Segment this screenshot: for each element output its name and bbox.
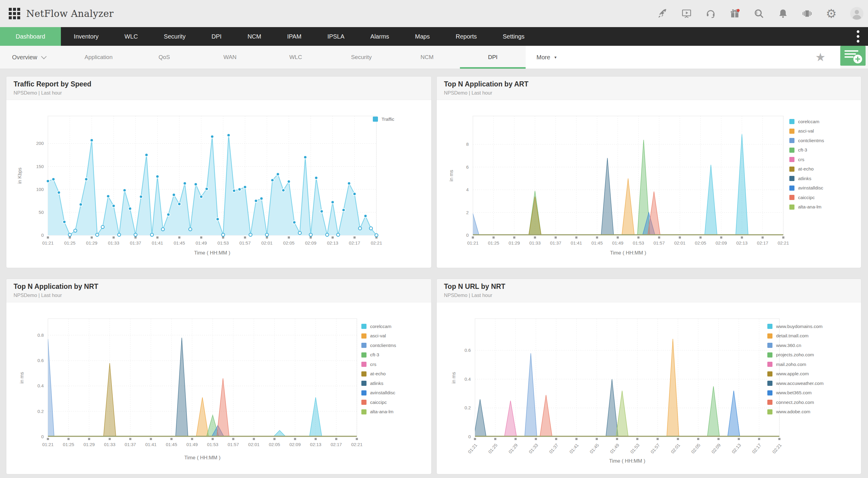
nav-item-dashboard[interactable]: Dashboard	[0, 27, 61, 46]
subnav-tab-ncm[interactable]: NCM	[394, 46, 460, 69]
svg-text:2: 2	[466, 210, 469, 215]
legend-item-connect-zoho-com: connect.zoho.com	[767, 397, 824, 407]
legend-swatch	[767, 362, 772, 367]
svg-text:02:05: 02:05	[690, 442, 701, 454]
legend-label: corelccam	[798, 119, 819, 124]
nav-item-ncm[interactable]: NCM	[235, 27, 274, 46]
more-dropdown[interactable]: More ▾	[536, 46, 557, 69]
legend-swatch	[361, 352, 367, 357]
svg-text:0.2: 0.2	[37, 409, 44, 414]
svg-text:02:09: 02:09	[715, 241, 727, 246]
top-header: NetFlow Analyzer	[0, 0, 868, 27]
settings-gear-icon[interactable]: ⚙	[826, 8, 837, 19]
search-icon[interactable]	[753, 8, 764, 19]
svg-text:01:33: 01:33	[104, 442, 116, 447]
support-headset-icon[interactable]	[705, 8, 716, 19]
legend-item-www-bet365-com: www.bet365.com	[767, 388, 824, 398]
svg-text:01:21: 01:21	[42, 241, 54, 246]
subnav-tab-security[interactable]: Security	[329, 46, 394, 69]
more-label: More	[536, 54, 550, 61]
panel-top-n-application-by-nrt: Top N Application by NRT NPSDemo | Last …	[6, 279, 432, 474]
legend-item-avinstalldisc: avinstalldisc	[361, 388, 396, 398]
legend-label: projects.zoho.com	[776, 352, 814, 357]
legend-swatch	[767, 352, 772, 357]
panel-subtitle: NPSDemo | Last hour	[444, 291, 861, 298]
legend-item-at-echo: at-echo	[789, 164, 824, 174]
legend-label: www.bet365.com	[776, 390, 812, 395]
legend-item-www-accuweather-com: www.accuweather.com	[767, 379, 824, 388]
svg-text:01:53: 01:53	[218, 241, 229, 246]
nav-item-reports[interactable]: Reports	[443, 27, 490, 46]
legend-label: avinstalldisc	[798, 185, 824, 191]
svg-text:01:25: 01:25	[64, 241, 76, 246]
panel-header: Top N Application by ART NPSDemo | Last …	[437, 76, 861, 100]
legend-swatch	[767, 409, 772, 414]
svg-text:01:29: 01:29	[509, 241, 520, 246]
chart-legend: www.buydomains.comdetail.tmall.comwww.36…	[767, 322, 824, 417]
training-video-icon[interactable]	[681, 8, 692, 19]
nav-item-settings[interactable]: Settings	[490, 27, 537, 46]
nav-item-security[interactable]: Security	[151, 27, 198, 46]
legend-swatch	[361, 371, 367, 377]
svg-text:0: 0	[41, 232, 44, 237]
svg-text:01:45: 01:45	[591, 241, 603, 246]
legend-item-at-echo: at-echo	[361, 369, 396, 379]
overview-dropdown[interactable]: Overview	[0, 46, 66, 69]
svg-text:02:21: 02:21	[371, 241, 382, 246]
whats-new-gift-icon[interactable]	[730, 8, 740, 19]
svg-text:01:53: 01:53	[629, 442, 641, 454]
svg-text:01:45: 01:45	[589, 442, 600, 454]
nav-overflow-menu-icon[interactable]	[856, 27, 860, 46]
user-avatar[interactable]	[850, 7, 864, 21]
nav-item-ipsla[interactable]: IPSLA	[314, 27, 358, 46]
product-switcher-icon[interactable]	[802, 8, 812, 19]
add-dashboard-button[interactable]	[840, 46, 866, 66]
chart-legend: Traffic	[373, 115, 394, 124]
nav-item-dpi[interactable]: DPI	[198, 27, 235, 46]
svg-text:02:01: 02:01	[248, 442, 260, 447]
subnav-tab-dpi[interactable]: DPI	[460, 46, 526, 69]
legend-swatch	[789, 157, 795, 162]
legend-label: atlinks	[798, 176, 811, 181]
topbar-icon-group: ⚙	[657, 0, 864, 27]
svg-text:01:57: 01:57	[227, 442, 239, 447]
favorite-star-icon[interactable]: ★	[815, 46, 826, 69]
legend-swatch	[789, 176, 795, 181]
nav-item-wlc[interactable]: WLC	[112, 27, 151, 46]
caret-down-icon: ▾	[555, 55, 557, 60]
subnav-tab-wlc[interactable]: WLC	[263, 46, 329, 69]
svg-text:0: 0	[41, 434, 44, 439]
subnav-tab-qos[interactable]: QoS	[131, 46, 197, 69]
svg-text:01:57: 01:57	[650, 442, 661, 454]
panel-subtitle: NPSDemo | Last hour	[13, 291, 431, 298]
nav-item-ipam[interactable]: IPAM	[274, 27, 314, 46]
legend-swatch	[789, 186, 795, 191]
panel-title: Traffic Report by Speed	[13, 76, 431, 88]
overview-label: Overview	[12, 54, 37, 61]
dashboard-subnav: Overview ApplicationQoSWANWLCSecurityNCM…	[0, 46, 868, 69]
nav-item-maps[interactable]: Maps	[402, 27, 443, 46]
subnav-tab-wan[interactable]: WAN	[197, 46, 263, 69]
legend-label: www.360.cn	[776, 343, 801, 348]
subnav-tab-application[interactable]: Application	[66, 46, 131, 69]
svg-text:02:05: 02:05	[283, 241, 295, 246]
legend-swatch	[789, 119, 795, 124]
app-launcher-icon[interactable]	[8, 7, 21, 20]
svg-text:02:17: 02:17	[757, 241, 769, 246]
svg-text:01:29: 01:29	[86, 241, 98, 246]
nav-item-inventory[interactable]: Inventory	[61, 27, 112, 46]
legend-item-detail-tmall-com: detail.tmall.com	[767, 331, 824, 341]
legend-swatch	[767, 371, 772, 377]
nav-item-alarms[interactable]: Alarms	[358, 27, 402, 46]
svg-text:02:21: 02:21	[351, 442, 363, 447]
notifications-bell-icon[interactable]	[778, 8, 788, 19]
legend-item-cft-3: cft-3	[361, 350, 396, 360]
legend-label: www.apple.com	[776, 371, 809, 377]
svg-text:01:25: 01:25	[487, 442, 498, 454]
svg-text:01:37: 01:37	[548, 442, 559, 454]
svg-text:01:21: 01:21	[467, 442, 478, 454]
svg-text:01:33: 01:33	[528, 442, 539, 454]
svg-text:02:05: 02:05	[269, 442, 280, 447]
rocket-icon[interactable]	[657, 8, 668, 19]
svg-text:02:09: 02:09	[710, 442, 721, 454]
